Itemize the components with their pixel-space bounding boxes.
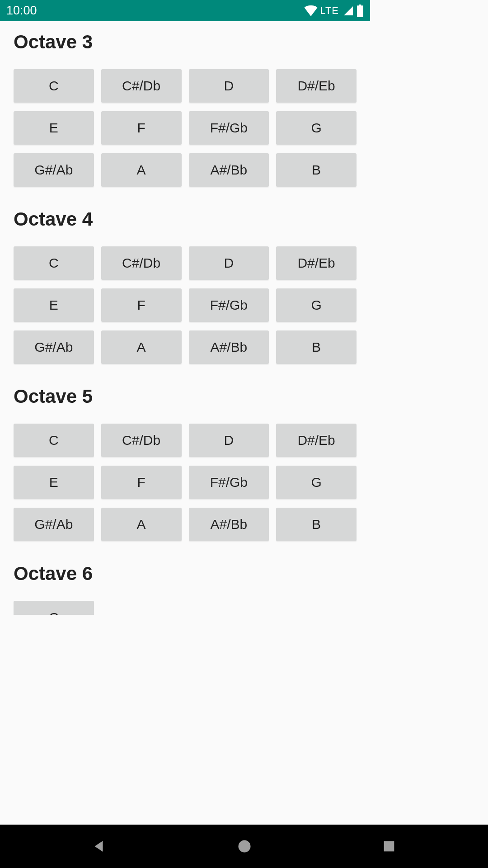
network-type-label: LTE xyxy=(320,5,339,17)
note-button-b4[interactable]: B xyxy=(276,330,357,364)
note-button-as3[interactable]: A#/Bb xyxy=(189,153,269,187)
note-grid-octave-6: C xyxy=(14,601,357,615)
note-button-cs5[interactable]: C#/Db xyxy=(101,424,182,457)
note-button-f4[interactable]: F xyxy=(101,288,182,322)
note-button-a4[interactable]: A xyxy=(101,330,182,364)
note-button-g5[interactable]: G xyxy=(276,466,357,499)
note-button-f5[interactable]: F xyxy=(101,466,182,499)
note-button-ds5[interactable]: D#/Eb xyxy=(276,424,357,457)
signal-icon xyxy=(343,5,354,16)
note-button-e4[interactable]: E xyxy=(14,288,94,322)
note-button-c5[interactable]: C xyxy=(14,424,94,457)
note-button-f3[interactable]: F xyxy=(101,111,182,145)
note-button-g3[interactable]: G xyxy=(276,111,357,145)
note-grid-octave-3: C C#/Db D D#/Eb E F F#/Gb G G#/Ab A A#/B… xyxy=(14,69,357,187)
wifi-icon xyxy=(304,5,318,16)
status-bar: 10:00 LTE xyxy=(0,0,370,21)
note-button-b5[interactable]: B xyxy=(276,508,357,541)
note-button-as4[interactable]: A#/Bb xyxy=(189,330,269,364)
status-time: 10:00 xyxy=(6,4,37,18)
note-button-a5[interactable]: A xyxy=(101,508,182,541)
note-button-c6[interactable]: C xyxy=(14,601,94,615)
octave-title: Octave 6 xyxy=(14,563,357,585)
octave-title: Octave 5 xyxy=(14,386,357,407)
note-button-ds3[interactable]: D#/Eb xyxy=(276,69,357,103)
note-button-e3[interactable]: E xyxy=(14,111,94,145)
octave-title: Octave 4 xyxy=(14,208,357,230)
note-button-cs3[interactable]: C#/Db xyxy=(101,69,182,103)
main-content: Octave 3 C C#/Db D D#/Eb E F F#/Gb G G#/… xyxy=(0,21,370,615)
note-button-d3[interactable]: D xyxy=(189,69,269,103)
note-button-cs4[interactable]: C#/Db xyxy=(101,246,182,280)
note-button-gs3[interactable]: G#/Ab xyxy=(14,153,94,187)
status-icons: LTE xyxy=(304,5,364,17)
note-button-fs3[interactable]: F#/Gb xyxy=(189,111,269,145)
note-grid-octave-4: C C#/Db D D#/Eb E F F#/Gb G G#/Ab A A#/B… xyxy=(14,246,357,364)
octave-title: Octave 3 xyxy=(14,31,357,53)
note-button-gs4[interactable]: G#/Ab xyxy=(14,330,94,364)
note-button-ds4[interactable]: D#/Eb xyxy=(276,246,357,280)
note-button-e5[interactable]: E xyxy=(14,466,94,499)
note-button-as5[interactable]: A#/Bb xyxy=(189,508,269,541)
note-button-a3[interactable]: A xyxy=(101,153,182,187)
note-button-g4[interactable]: G xyxy=(276,288,357,322)
note-grid-octave-5: C C#/Db D D#/Eb E F F#/Gb G G#/Ab A A#/B… xyxy=(14,424,357,541)
note-button-c4[interactable]: C xyxy=(14,246,94,280)
note-button-fs4[interactable]: F#/Gb xyxy=(189,288,269,322)
note-button-fs5[interactable]: F#/Gb xyxy=(189,466,269,499)
note-button-c3[interactable]: C xyxy=(14,69,94,103)
note-button-gs5[interactable]: G#/Ab xyxy=(14,508,94,541)
battery-icon xyxy=(357,5,364,17)
note-button-d4[interactable]: D xyxy=(189,246,269,280)
note-button-b3[interactable]: B xyxy=(276,153,357,187)
note-button-d5[interactable]: D xyxy=(189,424,269,457)
